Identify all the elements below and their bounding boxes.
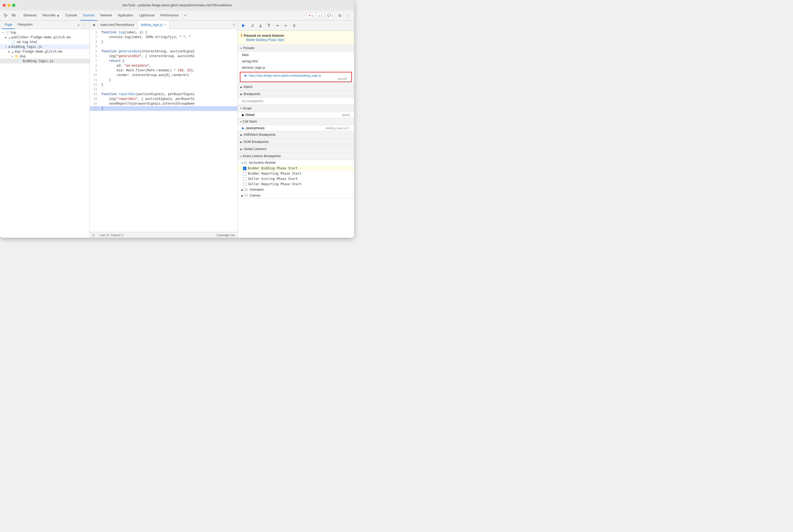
threads-section-content: Main ad-tag.html decision_logic.js ▶ htt… bbox=[238, 52, 354, 83]
tab-recorder[interactable]: Recorder ▲ bbox=[40, 11, 62, 21]
info-count: 1 bbox=[332, 14, 333, 17]
devtools-content: Page Filesystem » ⋮ ▾ 📄 top ▶ ☁ publishe… bbox=[0, 21, 354, 238]
event-bidder-reporting-start[interactable]: Bidder Reporting Phase Start bbox=[238, 171, 354, 176]
editor-statusbar: {} Line 17, Column 2 Coverage: n/a bbox=[90, 232, 238, 238]
error-badge[interactable]: ✕ 1 bbox=[306, 13, 315, 19]
global-listeners-header[interactable]: ▶ Global Listeners bbox=[238, 146, 354, 153]
svg-rect-3 bbox=[242, 24, 243, 27]
thread-bidding-url[interactable]: ▶ https://dsp-fledge-demo.glitch.me/dsp/… bbox=[240, 72, 352, 82]
debugger-panel: ✏ ⏸ ℹ Paused on event listener Bidder Bi… bbox=[238, 21, 354, 238]
code-line-2: 2 console.log(label, JSON.stringify(o, "… bbox=[90, 35, 238, 40]
format-icon[interactable]: {} bbox=[92, 233, 94, 237]
animation-group-header[interactable]: ▶ ☐ Animation bbox=[238, 187, 354, 193]
tree-item-publisher-domain[interactable]: ▶ ☁ publisher-fledge-demo.glitch.me bbox=[0, 35, 90, 40]
step-into-button[interactable] bbox=[257, 22, 264, 29]
window-title: DevTools - publisher-fledge-demo.glitch.… bbox=[122, 3, 232, 7]
checkbox-bidder-reporting-icon[interactable] bbox=[243, 172, 246, 175]
code-editor-panel: ◀ index.html?fencedframe bidding_logic.j… bbox=[90, 21, 238, 238]
thread-decision[interactable]: decision_logic.js bbox=[238, 64, 354, 71]
code-line-17: 17 } bbox=[90, 106, 238, 111]
svg-rect-1 bbox=[14, 15, 15, 16]
tab-console[interactable]: Console bbox=[63, 11, 80, 21]
event-seller-reporting-start[interactable]: Seller Reporting Phase Start bbox=[238, 182, 354, 187]
callstack-section-content: ▶ (anonymous) bidding_logic.js:17 bbox=[238, 125, 354, 131]
error-count: 1 bbox=[311, 14, 313, 17]
canvas-group-header[interactable]: ▶ ☐ Canvas bbox=[238, 193, 354, 198]
checkbox-seller-scoring-icon[interactable] bbox=[243, 177, 246, 181]
step-over-button[interactable] bbox=[248, 22, 256, 29]
code-editor[interactable]: 1 function log(label, o) { 2 console.log… bbox=[90, 29, 238, 232]
thread-adtag[interactable]: ad-tag.html bbox=[238, 58, 354, 64]
editor-tab-bidding[interactable]: bidding_logic.js ✕ bbox=[138, 21, 170, 29]
tab-application[interactable]: Application bbox=[115, 11, 136, 21]
tab-sources[interactable]: Sources bbox=[80, 11, 97, 21]
thread-arrow-icon: ▶ bbox=[245, 74, 247, 77]
ad-auction-worklet-header[interactable]: ▾ ☐ Ad Auction Worklet bbox=[238, 160, 354, 166]
editor-nav-back[interactable]: ◀ bbox=[90, 21, 97, 29]
tree-item-bidding-worklet[interactable]: ▾ ⚙ bidding_logic.js bbox=[0, 44, 90, 49]
tab-elements[interactable]: Elements bbox=[21, 11, 39, 21]
file-tree: ▾ 📄 top ▶ ☁ publisher-fledge-demo.glitch… bbox=[0, 29, 90, 238]
scope-global[interactable]: ▶ Global global bbox=[238, 112, 354, 118]
breakpoints-section-header[interactable]: ▶ Breakpoints bbox=[238, 91, 354, 98]
tab-filesystem[interactable]: Filesystem bbox=[15, 21, 35, 29]
editor-tab-index[interactable]: index.html?fencedframe bbox=[97, 21, 138, 29]
tab-page[interactable]: Page bbox=[2, 21, 15, 29]
paused-banner: ℹ Paused on event listener Bidder Biddin… bbox=[238, 31, 354, 45]
event-seller-scoring-start[interactable]: Seller Scoring Phase Start bbox=[238, 176, 354, 182]
thread-main[interactable]: Main bbox=[238, 52, 354, 58]
checkbox-seller-reporting-icon[interactable] bbox=[243, 183, 246, 186]
event-bidder-bidding-start[interactable]: ✓ Bidder Bidding Phase Start bbox=[238, 166, 354, 171]
checkbox-bidder-bidding-icon[interactable]: ✓ bbox=[243, 167, 246, 170]
editor-tabs: ◀ index.html?fencedframe bidding_logic.j… bbox=[90, 21, 238, 29]
more-options-icon[interactable]: ⋮ bbox=[344, 12, 352, 19]
code-line-7: 7 return { bbox=[90, 59, 238, 63]
scope-section-header[interactable]: ▾ Scope bbox=[238, 105, 354, 112]
watch-section-header[interactable]: ▶ Watch bbox=[238, 83, 354, 91]
resume-button[interactable] bbox=[240, 22, 247, 29]
event-listener-breakpoints-content: ▾ ☐ Ad Auction Worklet ✓ Bidder Bidding … bbox=[238, 160, 354, 198]
code-line-4: 4 bbox=[90, 44, 238, 49]
maximize-button[interactable] bbox=[12, 4, 15, 7]
edit-breakpoints-icon[interactable]: ✏ bbox=[282, 22, 289, 29]
tree-item-dsp-domain[interactable]: ▶ ☁ dsp-fledge-demo.glitch.me bbox=[0, 49, 90, 54]
paused-title: ℹ Paused on event listener bbox=[241, 33, 351, 38]
tree-item-top[interactable]: ▾ 📄 top bbox=[0, 30, 90, 35]
tab-performance[interactable]: Performance bbox=[158, 11, 181, 21]
tab-network[interactable]: Network bbox=[98, 11, 115, 21]
callstack-anonymous[interactable]: ▶ (anonymous) bidding_logic.js:17 bbox=[238, 125, 354, 131]
tree-item-dsp-folder[interactable]: ▾ 📁 dsp bbox=[0, 54, 90, 59]
xhr-breakpoints-header[interactable]: ▶ XHR/fetch Breakpoints bbox=[238, 131, 354, 138]
pause-on-exceptions-icon[interactable]: ⏸ bbox=[290, 22, 298, 29]
step-button[interactable] bbox=[274, 22, 281, 29]
minimize-button[interactable] bbox=[7, 4, 11, 7]
code-line-12: 12 } bbox=[90, 82, 238, 87]
tab-lighthouse[interactable]: Lighthouse bbox=[136, 11, 157, 21]
close-tab-icon[interactable]: ✕ bbox=[164, 23, 166, 26]
callstack-section-header[interactable]: ▾ Call Stack bbox=[238, 118, 354, 125]
tree-item-bidding-file[interactable]: 📄 bidding_logic.js bbox=[0, 59, 90, 63]
warn-badge[interactable]: △ 1 bbox=[316, 13, 324, 19]
toolbar-separator bbox=[19, 13, 19, 18]
code-line-3: 3 } bbox=[90, 40, 238, 44]
code-line-13: 13 bbox=[90, 87, 238, 92]
code-line-16: 16 sendReportTo(browserSignals.interestG… bbox=[90, 101, 238, 106]
event-listener-breakpoints-header[interactable]: ▾ Event Listener Breakpoints bbox=[238, 153, 354, 160]
select-element-icon[interactable] bbox=[2, 12, 10, 19]
close-button[interactable] bbox=[3, 4, 6, 7]
code-line-1: 1 function log(label, o) { bbox=[90, 30, 238, 35]
panel-tabs-kebab[interactable]: ⋮ bbox=[82, 23, 88, 27]
step-out-button[interactable] bbox=[265, 22, 272, 29]
dom-breakpoints-header[interactable]: ▶ DOM Breakpoints bbox=[238, 138, 354, 146]
settings-icon[interactable]: ⚙ bbox=[336, 12, 343, 19]
no-breakpoints-label: No breakpoints bbox=[238, 98, 354, 104]
threads-section-header[interactable]: ▾ Threads bbox=[238, 45, 354, 52]
info-badge[interactable]: 💬 1 bbox=[325, 13, 335, 19]
devtools-toolbar: Elements Recorder ▲ Console Sources Netw… bbox=[0, 11, 354, 21]
tree-item-adtag[interactable]: 📄 ad-tag.html bbox=[0, 40, 90, 44]
panel-tabs-more[interactable]: » bbox=[76, 23, 80, 27]
tab-more[interactable]: » bbox=[182, 11, 189, 21]
panel-tabs: Page Filesystem » ⋮ bbox=[0, 21, 90, 29]
editor-tab-more[interactable]: » bbox=[230, 21, 238, 29]
device-toolbar-icon[interactable] bbox=[10, 12, 17, 19]
